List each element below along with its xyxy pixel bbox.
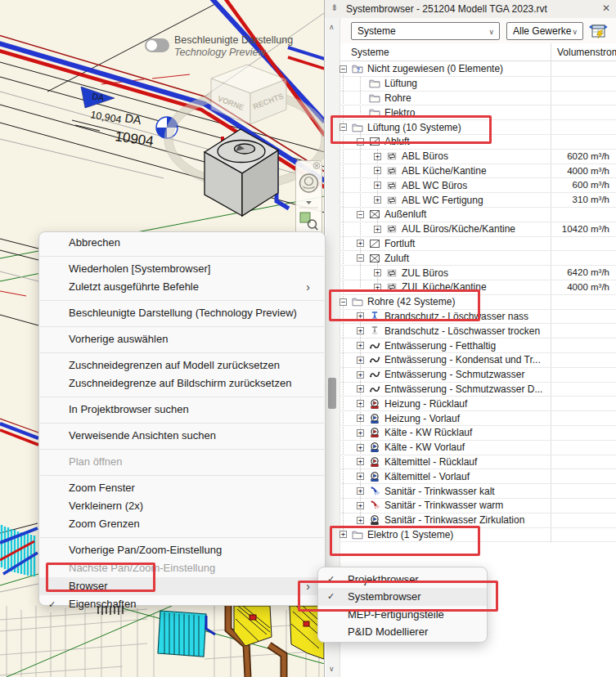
collapse-icon[interactable]: − (339, 65, 347, 73)
tree-row-zuluft[interactable]: −Zuluft (339, 251, 616, 266)
collapse-icon[interactable]: − (339, 298, 347, 306)
expand-icon[interactable]: + (357, 385, 364, 392)
navbar-chevron-down-icon[interactable] (306, 201, 312, 204)
menu-item-projektbrowser[interactable]: ✓Projektbrowser (318, 571, 487, 588)
menu-item-vorherige-pan-zoom-einstellung[interactable]: Vorherige Pan/Zoom-Einstellung (39, 541, 325, 559)
scroll-down-icon[interactable]: ∨ (329, 665, 335, 673)
collapse-icon[interactable]: − (339, 123, 347, 131)
expand-icon[interactable]: + (357, 444, 364, 451)
expand-icon[interactable]: + (374, 284, 381, 291)
menu-item-zuschneidegrenzen-auf-modell-zur-cksetzen[interactable]: Zuschneidegrenzen auf Modell zurücksetze… (39, 356, 325, 374)
tree-row-entw-sserung-kondensat-und-tr[interactable]: +Entwässerung - Kondensat und Tr... (339, 353, 616, 368)
menu-item-eigenschaften[interactable]: ✓Eigenschaften (39, 595, 325, 613)
tree-row-aul-b-ros-k-che-kantine[interactable]: +AUL Büros/Küche/Kantine10420 m³/h (339, 222, 616, 237)
tree-item-label: Außenluft (384, 208, 426, 220)
expand-icon[interactable]: + (357, 356, 364, 364)
expand-icon[interactable]: + (374, 196, 381, 204)
tree-row-elektro[interactable]: Elektro (339, 105, 616, 120)
menu-item-zuletzt-ausgef-hrte-befehle[interactable]: Zuletzt ausgeführte Befehle› (39, 278, 325, 296)
tree-row-k-ltemittel-vorlauf[interactable]: +Kältemittel - Vorlauf (339, 469, 616, 484)
tree-row-abl-wc-fertigung[interactable]: +ABL WC Fertigung310 m³/h (339, 193, 616, 208)
tree-row-brandschutz-l-schwasser-nass[interactable]: +Brandschutz - Löschwasser nass (339, 310, 616, 325)
expand-icon[interactable]: + (357, 312, 364, 320)
zoom-region-icon[interactable] (300, 213, 317, 230)
tree-row-rohre-42-systeme[interactable]: −Rohre (42 Systeme) (339, 295, 616, 310)
menu-item-in-projektbrowser-suchen[interactable]: In Projektbrowser suchen (39, 401, 325, 419)
tree-row-abl-b-ros[interactable]: +ABL Büros6020 m³/h (339, 150, 616, 164)
expand-icon[interactable]: + (357, 487, 364, 495)
expand-icon[interactable]: + (357, 415, 364, 422)
column-settings-button[interactable] (588, 22, 608, 40)
expand-icon[interactable]: + (357, 502, 364, 509)
navigation-bar[interactable] (295, 160, 322, 235)
tree-row-elektro-1-systeme[interactable]: +Elektro (1 Systeme) (339, 528, 616, 543)
tree-row-sanit-r-trinkwasser-warm[interactable]: +Sanitär - Trinkwasser warm (339, 499, 616, 513)
tree-row-sanit-r-trinkwasser-zirkulation[interactable]: +Sanitär - Trinkwasser Zirkulation (339, 513, 616, 528)
menu-item-p-id-modellierer[interactable]: P&ID Modellierer (318, 623, 487, 640)
tree-row-rohre[interactable]: Rohre (339, 92, 616, 106)
tree-row-k-lte-kw-r-cklauf[interactable]: +Kälte - KW Rücklauf (339, 426, 616, 441)
menu-item-zuschneidegrenze-auf-bildschirm-zur-cksetzen[interactable]: Zuschneidegrenze auf Bildschirm zurückse… (39, 374, 325, 392)
expand-icon[interactable]: + (357, 458, 364, 465)
tree-row-au-enluft[interactable]: −Außenluft (339, 208, 616, 222)
tree-row-sanit-r-trinkwasser-kalt[interactable]: +Sanitär - Trinkwasser kalt (339, 484, 616, 499)
tree-row-fortluft[interactable]: +Fortluft (339, 237, 616, 252)
expand-icon[interactable]: + (374, 167, 381, 174)
close-icon[interactable]: ✕ (602, 2, 610, 14)
tree-row-nicht-zugewiesen-0-elemente[interactable]: −?Nicht zugewiesen (0 Elemente) (339, 62, 616, 77)
menu-item-zoom-grenzen[interactable]: Zoom Grenzen (39, 515, 325, 533)
tree-row-entw-sserung-schmutzwasser-d[interactable]: +Entwässerung - Schmutzwasser D... (339, 383, 616, 397)
menu-item-vorherige-ausw-hlen[interactable]: Vorherige auswählen (39, 330, 325, 348)
tree-row-brandschutz-l-schwasser-trocken[interactable]: +Brandschutz - Löschwasser trocken (339, 324, 616, 338)
expand-icon[interactable]: + (357, 327, 364, 334)
tree-row-heizung-r-cklauf[interactable]: +Heizung - Rücklauf (339, 397, 616, 411)
scroll-up-icon[interactable]: ∧ (329, 23, 335, 31)
menu-item-verweisende-ansichten-suchen[interactable]: Verweisende Ansichten suchen (39, 427, 325, 445)
expand-icon[interactable]: + (357, 473, 364, 480)
menu-item-beschleunigte-darstellung-technology-preview[interactable]: Beschleunigte Darstellung (Technology Pr… (39, 304, 325, 322)
expand-icon[interactable]: + (357, 240, 364, 247)
collapse-icon[interactable]: − (357, 254, 364, 262)
expand-icon[interactable]: + (374, 153, 381, 160)
tree-row-heizung-vorlauf[interactable]: +Heizung - Vorlauf (339, 411, 616, 426)
tree-row-entw-sserung-fetthaltig[interactable]: +Entwässerung - Fetthaltig (339, 338, 616, 353)
tree-row-l-ftung-10-systeme[interactable]: −Lüftung (10 Systeme) (339, 120, 616, 135)
tree-row-zul-b-ros[interactable]: +ZUL Büros6420 m³/h (339, 266, 616, 280)
tree-row-abluft[interactable]: −Abluft (339, 135, 616, 150)
scrollbar-thumb[interactable] (328, 378, 336, 409)
tree-row-k-ltemittel-r-cklauf[interactable]: +Kältemittel - Rücklauf (339, 455, 616, 470)
tree-row-abl-k-che-kantine[interactable]: +ABL Küche/Kantine4000 m³/h (339, 164, 616, 179)
tree-row-zul-k-che-kantine[interactable]: +ZUL Küche/Kantine4000 m³/h (339, 280, 616, 295)
expand-icon[interactable]: + (357, 342, 364, 349)
expand-icon[interactable]: + (374, 226, 381, 233)
dock-icon[interactable]: ⇟ (330, 2, 338, 13)
tree-column-header: Systeme Volumenstrom (325, 43, 616, 61)
expand-icon[interactable]: + (339, 531, 347, 538)
collapse-icon[interactable]: − (357, 211, 364, 218)
expand-icon[interactable]: + (374, 269, 381, 276)
expand-icon[interactable]: + (357, 371, 364, 379)
menu-item-verkleinern-2x[interactable]: Verkleinern (2x) (39, 497, 325, 515)
panel-titlebar[interactable]: ⇟ Systembrowser - 251204 Modell TGA 2023… (325, 0, 616, 19)
tree-row-entw-sserung-schmutzwasser[interactable]: +Entwässerung - Schmutzwasser (339, 368, 616, 383)
menu-item-browser[interactable]: Browser› (39, 577, 325, 595)
tree-row-k-lte-kw-vorlauf[interactable]: +Kälte - KW Vorlauf (339, 441, 616, 455)
expand-icon[interactable]: + (357, 429, 364, 437)
expand-icon[interactable]: + (357, 400, 364, 407)
tree-row-abl-wc-b-ros[interactable]: +ABL WC Büros600 m³/h (339, 178, 616, 193)
steering-wheel-icon[interactable] (300, 174, 318, 192)
menu-item-zoom-fenster[interactable]: Zoom Fenster (39, 479, 325, 497)
view-type-dropdown[interactable]: Systeme ∨ (351, 22, 500, 40)
menu-item-wiederholen-systembrowser[interactable]: Wiederholen [Systembrowser] (39, 260, 325, 278)
menu-item-systembrowser[interactable]: ✓Systembrowser (318, 588, 487, 605)
discipline-dropdown[interactable]: Alle Gewerke ∨ (506, 22, 583, 40)
menu-item-mep-fertigungsteile[interactable]: MEP-Fertigungsteile (318, 606, 487, 623)
menu-item-abbrechen[interactable]: Abbrechen (39, 234, 325, 252)
menu-separator (40, 326, 324, 327)
collapse-icon[interactable]: − (357, 138, 364, 146)
expand-icon[interactable]: + (374, 182, 381, 189)
accelerated-graphics-toggle[interactable] (145, 38, 169, 52)
navbar-close-icon[interactable] (313, 163, 320, 169)
tree-row-l-ftung[interactable]: Lüftung (339, 77, 616, 92)
expand-icon[interactable]: + (357, 517, 364, 524)
